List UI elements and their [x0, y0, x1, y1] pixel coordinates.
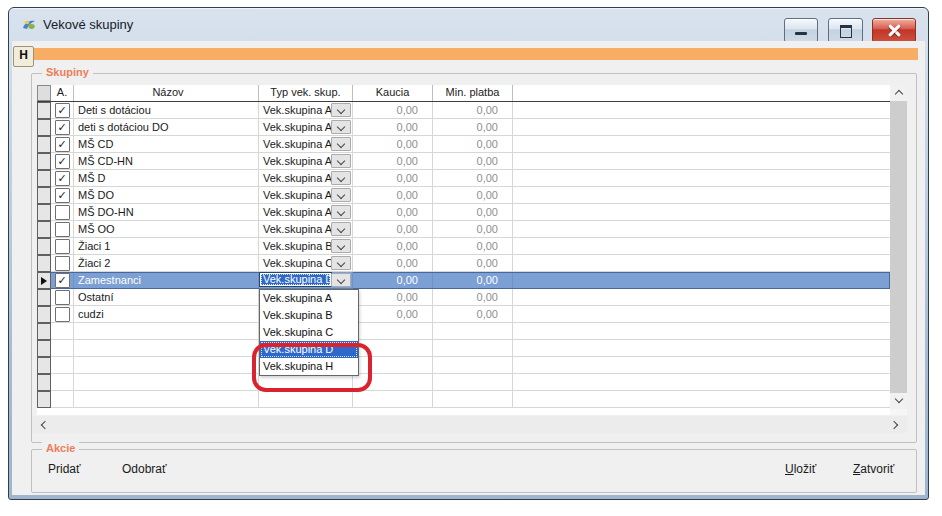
- row-selector[interactable]: [37, 391, 51, 408]
- table-row[interactable]: Žiaci 1Vek.skupina B0,000,00: [37, 238, 890, 255]
- table-row[interactable]: ✓MŠ DOVek.skupina A0,000,00: [37, 187, 890, 204]
- table-row[interactable]: ✓deti s dotáciou DOVek.skupina A0,000,00: [37, 119, 890, 136]
- table-row[interactable]: ✓Deti s dotáciouVek.skupina A0,000,00: [37, 102, 890, 119]
- add-button[interactable]: Pridať: [48, 462, 81, 476]
- type-value: Vek.skupina A: [259, 153, 332, 169]
- table-row[interactable]: Žiaci 2Vek.skupina C0,000,00: [37, 255, 890, 272]
- active-checkbox[interactable]: ✓: [55, 137, 70, 152]
- vertical-scrollbar-thumb[interactable]: [890, 101, 907, 393]
- type-value: Vek.skupina A: [259, 170, 332, 186]
- save-button[interactable]: Uložiť: [785, 462, 816, 476]
- active-checkbox[interactable]: [55, 307, 70, 322]
- type-combobox-dropdown-button[interactable]: [331, 103, 351, 117]
- row-selector[interactable]: [37, 357, 51, 374]
- active-cell: ✓: [51, 136, 74, 153]
- empty-row: [37, 340, 890, 357]
- scroll-right-button[interactable]: [887, 416, 903, 433]
- table-row[interactable]: ✓MŠ CD-HNVek.skupina A0,000,00: [37, 153, 890, 170]
- kaucia-cell: 0,00: [353, 119, 433, 136]
- kaucia-cell: 0,00: [353, 102, 433, 119]
- h-toolbar-button[interactable]: H: [13, 46, 34, 67]
- active-checkbox[interactable]: [55, 205, 70, 220]
- empty-cell: [259, 391, 353, 408]
- row-selector[interactable]: [37, 238, 51, 255]
- row-selector[interactable]: [37, 289, 51, 306]
- active-checkbox[interactable]: ✓: [55, 188, 70, 203]
- name-cell: MŠ CD-HN: [74, 153, 259, 170]
- remove-button[interactable]: Odobrať: [122, 462, 167, 476]
- name-cell: Žiaci 2: [74, 255, 259, 272]
- table-row[interactable]: Ostatní0,000,00: [37, 289, 890, 306]
- active-checkbox[interactable]: ✓: [55, 154, 70, 169]
- chevron-down-icon: [337, 242, 345, 250]
- row-selector[interactable]: [37, 306, 51, 323]
- type-combobox-dropdown-button[interactable]: [331, 188, 351, 202]
- horizontal-scrollbar[interactable]: [32, 416, 907, 433]
- chevron-down-icon: [337, 259, 345, 267]
- type-combobox-editor[interactable]: Vek.skupina D: [259, 272, 332, 287]
- type-combobox-dropdown-button[interactable]: [331, 222, 351, 236]
- vertical-scrollbar[interactable]: [890, 85, 907, 415]
- active-checkbox[interactable]: [55, 239, 70, 254]
- row-selector[interactable]: [37, 187, 51, 204]
- row-selector[interactable]: [37, 136, 51, 153]
- active-checkbox[interactable]: ✓: [55, 273, 70, 288]
- scroll-left-button[interactable]: [36, 416, 52, 433]
- type-combobox-dropdown-button[interactable]: [331, 239, 351, 253]
- active-checkbox[interactable]: [55, 222, 70, 237]
- row-selector[interactable]: [37, 204, 51, 221]
- type-combobox-dropdown-button[interactable]: [331, 256, 351, 270]
- titlebar[interactable]: Vekové skupiny: [9, 8, 928, 41]
- header-kaucia[interactable]: Kaucia: [353, 85, 433, 101]
- maximize-button[interactable]: [828, 18, 863, 43]
- row-selector[interactable]: [37, 102, 51, 119]
- dropdown-item[interactable]: Vek.skupina C: [260, 324, 358, 341]
- table-row[interactable]: MŠ DO-HNVek.skupina A0,000,00: [37, 204, 890, 221]
- type-combobox-value: Vek.skupina D: [261, 274, 330, 285]
- row-filler: [513, 391, 890, 408]
- header-min-platba[interactable]: Min. platba: [433, 85, 513, 101]
- min-platba-cell: 0,00: [433, 153, 513, 170]
- row-selector[interactable]: [37, 170, 51, 187]
- type-combobox-dropdown-button[interactable]: [331, 154, 351, 168]
- active-checkbox[interactable]: ✓: [55, 120, 70, 135]
- close-button[interactable]: [872, 18, 916, 43]
- type-combobox-dropdown-button[interactable]: [331, 137, 351, 151]
- header-active[interactable]: A.: [51, 85, 74, 101]
- row-selector[interactable]: [37, 255, 51, 272]
- name-cell: cudzi: [74, 306, 259, 323]
- table-row[interactable]: ✓ZamestnanciVek.skupina D0,000,00: [37, 272, 890, 289]
- row-selector[interactable]: [37, 340, 51, 357]
- kaucia-cell: 0,00: [353, 187, 433, 204]
- row-selector[interactable]: [37, 374, 51, 391]
- type-combobox-dropdown-button[interactable]: [331, 205, 351, 219]
- row-selector[interactable]: [37, 119, 51, 136]
- chevron-down-icon: [337, 140, 345, 148]
- minimize-button[interactable]: [784, 18, 818, 43]
- dropdown-item[interactable]: Vek.skupina D: [260, 341, 358, 358]
- row-selector[interactable]: [37, 323, 51, 340]
- scroll-up-button[interactable]: [890, 85, 907, 101]
- active-checkbox[interactable]: ✓: [55, 171, 70, 186]
- active-checkbox[interactable]: [55, 290, 70, 305]
- header-nazov[interactable]: Názov: [74, 85, 259, 101]
- type-combobox-dropdown-button[interactable]: [331, 120, 351, 134]
- row-filler: [513, 153, 890, 170]
- row-selector[interactable]: [37, 221, 51, 238]
- table-row[interactable]: ✓MŠ DVek.skupina A0,000,00: [37, 170, 890, 187]
- table-row[interactable]: ✓MŠ CDVek.skupina A0,000,00: [37, 136, 890, 153]
- header-typ[interactable]: Typ vek. skup.: [259, 85, 353, 101]
- row-selector[interactable]: [37, 272, 51, 289]
- active-checkbox[interactable]: ✓: [55, 103, 70, 118]
- table-row[interactable]: cudzi0,000,00: [37, 306, 890, 323]
- dropdown-item[interactable]: Vek.skupina H: [260, 358, 358, 375]
- dropdown-item[interactable]: Vek.skupina B: [260, 307, 358, 324]
- dropdown-item[interactable]: Vek.skupina A: [260, 290, 358, 307]
- type-combobox-dropdown-button[interactable]: [331, 171, 351, 185]
- active-checkbox[interactable]: [55, 256, 70, 271]
- table-row[interactable]: MŠ OOVek.skupina A0,000,00: [37, 221, 890, 238]
- type-combobox-dropdown-button[interactable]: [331, 273, 351, 287]
- close-dialog-button[interactable]: Zatvoriť: [853, 462, 894, 476]
- scroll-down-button[interactable]: [890, 393, 907, 409]
- row-selector[interactable]: [37, 153, 51, 170]
